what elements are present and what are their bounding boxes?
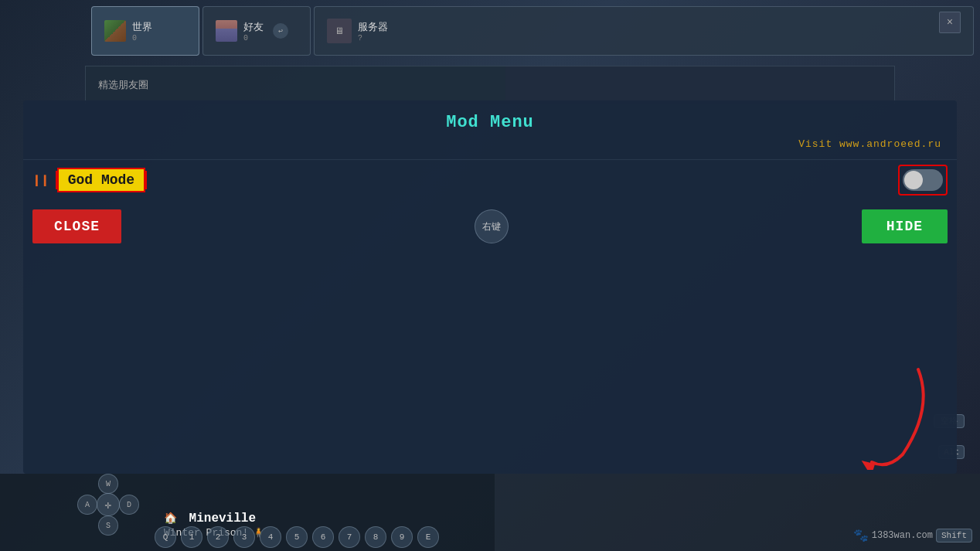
tab-friends[interactable]: 好友 0 ↩ — [202, 6, 311, 56]
watermark: 🐾 1383wan.com Shift — [853, 528, 972, 543]
god-mode-row: ❙❙ God Mode — [23, 159, 957, 200]
key-4[interactable]: 4 — [260, 526, 281, 548]
key-9[interactable]: 9 — [391, 526, 413, 548]
bottom-right-panel: 🐾 1383wan.com Shift — [495, 474, 980, 551]
key-8[interactable]: 8 — [365, 526, 386, 548]
friend-section: 精选朋友圈 — [85, 66, 895, 104]
god-mode-toggle-wrapper — [898, 165, 948, 196]
world-tab-count: 0 — [132, 34, 152, 43]
key-1[interactable]: 1 — [181, 526, 202, 548]
friends-tab-label: 好友 0 — [243, 20, 264, 43]
key-5[interactable]: 5 — [286, 526, 308, 548]
server-tab-count: ? — [358, 34, 388, 43]
dpad-right[interactable]: D — [119, 495, 139, 515]
game-top-bar: 世界 0 好友 0 ↩ 🖥 服务器 ? × — [85, 0, 980, 62]
dpad-left[interactable]: A — [77, 495, 97, 515]
mod-menu-title: Mod Menu — [23, 100, 957, 138]
mod-menu-subtitle: Visit www.androeed.ru — [23, 138, 957, 159]
god-mode-label: God Mode — [57, 168, 145, 192]
toggle-knob — [904, 171, 923, 189]
friends-icon — [216, 20, 237, 42]
server-name: 🏠 Mineville — [164, 512, 485, 525]
server-tab-zh: 服务器 — [358, 20, 388, 34]
dpad-down[interactable]: S — [98, 515, 118, 536]
friends-tab-count: 0 — [243, 34, 264, 43]
friends-tab-zh: 好友 — [243, 20, 264, 34]
server-name-text: Mineville — [189, 512, 256, 525]
key-Q[interactable]: Q — [155, 526, 176, 548]
keyboard-keys: Q 1 2 3 4 5 6 7 8 9 E — [155, 526, 456, 548]
god-mode-label-box: God Mode — [56, 171, 147, 189]
bottom-left-panel: W A ✛ D S 🏠 Mineville Winter Prison! — [0, 474, 495, 551]
key-6[interactable]: 6 — [312, 526, 334, 548]
god-mode-toggle[interactable] — [903, 169, 943, 191]
server-icon: 🖥 — [327, 19, 352, 43]
mod-menu-overlay: Mod Menu Visit www.androeed.ru ❙❙ God Mo… — [23, 100, 957, 474]
server-tab-label: 服务器 ? — [358, 20, 388, 43]
world-tab-zh: 世界 — [132, 20, 152, 34]
key-E[interactable]: E — [417, 526, 439, 548]
logo-icon: 🐾 — [853, 528, 869, 543]
friends-tab-badge: ↩ — [273, 23, 288, 39]
close-button[interactable]: CLOSE — [32, 209, 121, 243]
watermark-text: 1383wan.com — [872, 530, 933, 541]
mod-content-area — [23, 253, 957, 474]
god-mode-toggle-container — [898, 165, 948, 196]
right-key-center: 右键 — [131, 209, 852, 243]
game-bottom-bar: W A ✛ D S 🏠 Mineville Winter Prison! — [0, 474, 980, 551]
friend-section-label: 精选朋友圈 — [98, 78, 148, 92]
dpad-center[interactable]: ✛ — [97, 493, 120, 516]
right-key-button[interactable]: 右键 — [475, 209, 509, 243]
world-tab-label: 世界 0 — [132, 20, 152, 43]
mod-item-icon: ❙❙ — [32, 172, 49, 189]
mod-actions-row: CLOSE 右键 HIDE — [23, 200, 957, 253]
key-2[interactable]: 2 — [207, 526, 229, 548]
tab-world[interactable]: 世界 0 — [91, 6, 199, 56]
close-tab-button[interactable]: × — [939, 12, 961, 33]
tab-server[interactable]: 🖥 服务器 ? × — [314, 6, 974, 56]
shift-key-label[interactable]: Shift — [936, 529, 972, 542]
key-7[interactable]: 7 — [339, 526, 360, 548]
dpad: W A ✛ D S — [77, 474, 139, 536]
world-icon — [104, 20, 126, 42]
hide-button[interactable]: HIDE — [862, 209, 948, 243]
dpad-up[interactable]: W — [98, 474, 118, 494]
key-3[interactable]: 3 — [233, 526, 255, 548]
